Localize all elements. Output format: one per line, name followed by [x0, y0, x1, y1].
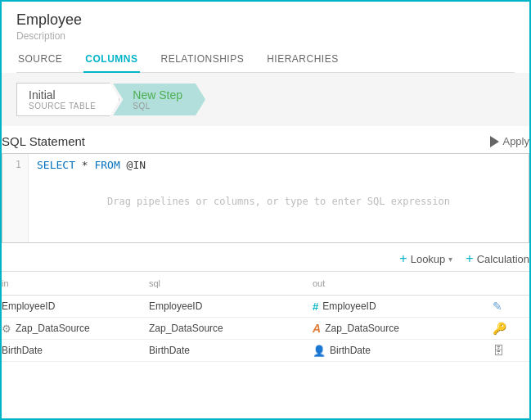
row3-in: BirthDate — [2, 345, 149, 356]
tab-columns[interactable]: COLUMNS — [83, 48, 139, 73]
row1-action[interactable]: ✎ — [493, 300, 531, 313]
col-header-sql: Sql — [149, 275, 313, 291]
play-icon — [490, 136, 499, 147]
page-title: Employee — [16, 11, 515, 29]
sql-content[interactable]: SELECT * FROM @IN Drag pipelines or colu… — [29, 154, 529, 242]
database-icon[interactable]: 🗄 — [493, 344, 504, 357]
apply-button[interactable]: Apply — [490, 135, 529, 147]
step-new-sublabel: SQL — [133, 102, 182, 111]
calculation-label: Calculation — [477, 253, 529, 265]
row2-sql: Zap_DataSource — [149, 323, 313, 334]
row2-out: A Zap_DataSource — [313, 322, 493, 335]
apply-label: Apply — [502, 135, 529, 147]
table-row: ⚙ Zap_DataSource Zap_DataSource A Zap_Da… — [0, 318, 531, 340]
sql-editor[interactable]: 1 SELECT * FROM @IN Drag pipelines or co… — [2, 153, 529, 243]
row1-in: EmployeeID — [2, 300, 149, 312]
tab-relationships[interactable]: RELATIONSHIPS — [160, 48, 246, 73]
step-initial-label: Initial — [29, 88, 96, 102]
row3-out: 👤 BirthDate — [313, 345, 493, 357]
table-header: In Sql Out — [0, 272, 531, 296]
sql-line1: SELECT * FROM @IN — [37, 159, 520, 171]
row2-in-value: Zap_DataSource — [16, 323, 90, 334]
lookup-plus-icon: + — [399, 251, 407, 266]
row3-sql-value: BirthDate — [149, 345, 190, 356]
lookup-button[interactable]: + Lookup ▾ — [399, 251, 452, 266]
sql-title: SQL Statement — [2, 134, 85, 148]
step-new[interactable]: New Step SQL — [113, 84, 205, 115]
col-header-in: In — [2, 275, 149, 291]
page-description: Description — [16, 30, 515, 42]
key-icon[interactable]: 🔑 — [493, 322, 506, 335]
sql-placeholder: Drag pipelines or columns, or type to en… — [37, 196, 520, 207]
row1-out-value: EmployeeID — [322, 300, 376, 312]
row3-action[interactable]: 🗄 — [493, 344, 531, 357]
person-icon: 👤 — [313, 345, 326, 357]
row3-out-value: BirthDate — [330, 345, 371, 356]
lookup-chevron-icon: ▾ — [448, 255, 452, 264]
row2-out-value: Zap_DataSource — [325, 323, 399, 334]
calculation-button[interactable]: + Calculation — [466, 251, 529, 266]
row2-in: ⚙ Zap_DataSource — [2, 323, 149, 335]
bottom-toolbar: + Lookup ▾ + Calculation — [0, 243, 531, 271]
steps-area: Initial SOURCE TABLE New Step SQL — [0, 73, 531, 126]
col-header-out: Out — [313, 275, 493, 291]
calculation-plus-icon: + — [466, 251, 473, 266]
gear-icon: ⚙ — [2, 323, 11, 335]
hash-icon: # — [313, 300, 318, 313]
a-icon: A — [313, 322, 321, 335]
lookup-label: Lookup — [411, 253, 446, 265]
table-row: BirthDate BirthDate 👤 BirthDate 🗄 — [0, 340, 531, 362]
row2-action[interactable]: 🔑 — [493, 322, 531, 335]
tab-source[interactable]: SOURCE — [16, 48, 64, 73]
line-numbers: 1 — [2, 154, 29, 242]
tabs-bar: SOURCE COLUMNS RELATIONSHIPS HIERARCHIES — [16, 48, 515, 73]
step-new-label: New Step — [133, 88, 182, 102]
sql-header: SQL Statement Apply — [2, 134, 529, 148]
row1-sql-value: EmployeeID — [149, 300, 202, 312]
row2-sql-value: Zap_DataSource — [149, 323, 223, 334]
row3-in-value: BirthDate — [2, 345, 43, 356]
table-row: EmployeeID EmployeeID # EmployeeID ✎ — [0, 296, 531, 318]
step-initial[interactable]: Initial SOURCE TABLE — [16, 83, 119, 116]
row1-in-value: EmployeeID — [2, 300, 55, 312]
col-header-actions — [493, 275, 531, 291]
row1-out: # EmployeeID — [313, 300, 493, 313]
tab-hierarchies[interactable]: HIERARCHIES — [265, 48, 340, 73]
row3-sql: BirthDate — [149, 345, 313, 356]
row1-sql: EmployeeID — [149, 300, 313, 312]
step-initial-sublabel: SOURCE TABLE — [29, 102, 96, 111]
columns-table: In Sql Out EmployeeID EmployeeID # Emplo… — [0, 271, 531, 362]
pencil-icon[interactable]: ✎ — [493, 300, 502, 313]
